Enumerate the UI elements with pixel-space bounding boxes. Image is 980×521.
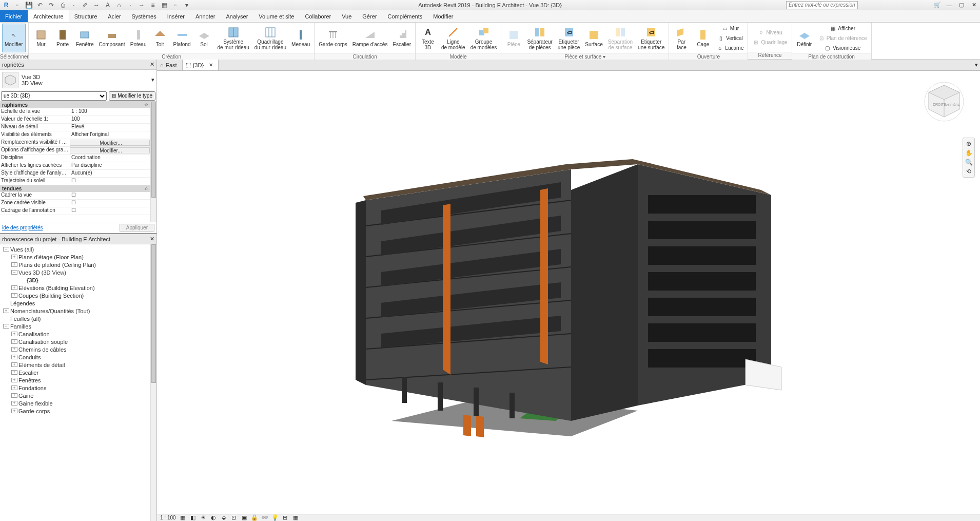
open-icon[interactable]: ▫ bbox=[13, 1, 22, 9]
pan-icon[interactable]: ✋ bbox=[965, 149, 973, 157]
expand-icon[interactable]: + bbox=[11, 409, 17, 413]
expand-icon[interactable]: + bbox=[11, 401, 17, 406]
tag-icon[interactable]: ⌂ bbox=[115, 1, 123, 9]
tab-structure[interactable]: Structure bbox=[69, 10, 103, 22]
viewer-button[interactable]: ▢Visionneuse bbox=[816, 43, 869, 52]
property-row[interactable]: Options d'affichage des graphi...Modifie… bbox=[0, 147, 150, 155]
tab-systemes[interactable]: Systèmes bbox=[126, 10, 162, 22]
close-icon[interactable]: ✕ bbox=[209, 62, 213, 68]
apply-button[interactable]: Appliquer bbox=[120, 224, 154, 231]
filter-select[interactable]: ue 3D: {3D} bbox=[1, 91, 107, 101]
ceiling-button[interactable]: Plafond bbox=[171, 24, 193, 52]
expand-icon[interactable]: − bbox=[3, 324, 9, 329]
closeinactive-icon[interactable]: ▫ bbox=[171, 1, 180, 9]
roof-button[interactable]: Toit bbox=[150, 24, 170, 52]
grid-button[interactable]: ⊞Quadrillage bbox=[750, 37, 789, 47]
shadows-icon[interactable]: ◐ bbox=[210, 514, 217, 521]
tree-node[interactable]: +Nomenclatures/Quantités (Tout) bbox=[1, 307, 155, 315]
tree-node[interactable]: +Plans de plafond (Ceiling Plan) bbox=[1, 261, 155, 268]
close-icon[interactable]: ✕ bbox=[970, 2, 978, 9]
expand-icon[interactable]: + bbox=[11, 293, 17, 298]
cart-icon[interactable]: 🛒 bbox=[934, 2, 941, 8]
tab-architecture[interactable]: Architecture bbox=[28, 10, 69, 22]
measure-icon[interactable]: ✐ bbox=[81, 1, 89, 9]
area-button[interactable]: Surface bbox=[583, 24, 604, 52]
floor-button[interactable]: Sol bbox=[194, 24, 214, 52]
print-icon[interactable]: ⎙ bbox=[58, 1, 67, 9]
view-cube[interactable]: DROITE ARRIÈRE bbox=[924, 81, 965, 122]
close-icon[interactable]: ✕ bbox=[150, 236, 154, 242]
expand-icon[interactable]: + bbox=[3, 308, 9, 313]
expand-icon[interactable]: + bbox=[11, 362, 17, 367]
level-button[interactable]: ◊Niveau bbox=[750, 28, 789, 37]
column-button[interactable]: Poteau bbox=[128, 24, 149, 52]
redo-icon[interactable]: ↷ bbox=[47, 1, 55, 9]
section-icon[interactable]: ≡ bbox=[149, 1, 157, 9]
expand-icon[interactable]: + bbox=[11, 262, 17, 267]
default3d-icon[interactable]: → bbox=[138, 1, 146, 9]
tree-node[interactable]: +Eléments de détail bbox=[1, 361, 155, 369]
tree-node[interactable]: +Conduits bbox=[1, 353, 155, 361]
sunpath-icon[interactable]: ☀ bbox=[200, 514, 207, 521]
tab-complements[interactable]: Compléments bbox=[382, 10, 428, 22]
tree-node[interactable]: Légendes bbox=[1, 299, 155, 307]
room-button[interactable]: Pièce bbox=[503, 24, 524, 52]
dormer-button[interactable]: ⌂Lucarne bbox=[714, 43, 746, 52]
zoom-icon[interactable]: 🔍 bbox=[965, 159, 973, 166]
tree-node[interactable]: +Canalisation bbox=[1, 330, 155, 338]
window-button[interactable]: Fenêtre bbox=[74, 24, 95, 52]
expand-icon[interactable]: − bbox=[3, 247, 9, 252]
tab-inserer[interactable]: Insérer bbox=[162, 10, 190, 22]
tree-node[interactable]: +Coupes (Building Section) bbox=[1, 292, 155, 299]
modify-button[interactable]: ↖Modifier bbox=[2, 24, 26, 52]
tab-collaborer[interactable]: Collaborer bbox=[300, 10, 337, 22]
show-workplane-button[interactable]: ▦Afficher bbox=[816, 24, 869, 33]
tree-node[interactable]: +Plans d'étage (Floor Plan) bbox=[1, 253, 155, 261]
undo-icon[interactable]: ↶ bbox=[36, 1, 44, 9]
tab-annoter[interactable]: Annoter bbox=[190, 10, 221, 22]
tab-analyser[interactable]: Analyser bbox=[221, 10, 254, 22]
tab-modifier[interactable]: Modifier bbox=[428, 10, 459, 22]
shaft-button[interactable]: Cage bbox=[693, 24, 713, 52]
analytic-icon[interactable]: ⊞ bbox=[282, 514, 289, 521]
scale-display[interactable]: 1 : 100 bbox=[160, 515, 176, 520]
railing-button[interactable]: Garde-corps bbox=[317, 24, 349, 52]
property-row[interactable]: Cadrage de l'annotation bbox=[0, 207, 150, 215]
stair-button[interactable]: Escalier bbox=[390, 24, 413, 52]
tree-node[interactable]: −Vues (all) bbox=[1, 245, 155, 253]
tree-node[interactable]: +Fondations bbox=[1, 384, 155, 392]
expand-icon[interactable]: + bbox=[11, 285, 17, 290]
view-tab-east[interactable]: ⌂East bbox=[157, 60, 183, 70]
expand-icon[interactable]: + bbox=[11, 370, 17, 375]
tree-node[interactable]: −Familles bbox=[1, 322, 155, 330]
detail-level-icon[interactable]: ▦ bbox=[179, 514, 186, 521]
property-row[interactable]: Niveau de détailElevé bbox=[0, 124, 150, 131]
property-row[interactable]: Remplacements visibilité / gra...Modifie… bbox=[0, 139, 150, 147]
temp-hide-icon[interactable]: 👓 bbox=[261, 514, 268, 521]
render-icon[interactable]: ⬙ bbox=[220, 514, 227, 521]
maximize-icon[interactable]: ▢ bbox=[957, 2, 966, 9]
steering-wheel-icon[interactable]: ⊕ bbox=[966, 140, 971, 147]
crop-icon[interactable]: ⊡ bbox=[230, 514, 238, 521]
vertical-opening-button[interactable]: ▯Vertical bbox=[714, 33, 746, 43]
property-group[interactable]: raphismes bbox=[0, 102, 150, 108]
lock3d-icon[interactable]: 🔒 bbox=[251, 514, 258, 521]
property-row[interactable]: Echelle de la vue1 : 100 bbox=[0, 108, 150, 116]
3d-viewport[interactable]: DROITE ARRIÈRE ⊕ ✋ 🔍 ⟲ bbox=[157, 71, 980, 514]
expand-icon[interactable]: + bbox=[11, 332, 17, 336]
tree-node[interactable]: +Gaine bbox=[1, 392, 155, 399]
tree-node[interactable]: +Gaine flexible bbox=[1, 399, 155, 407]
by-face-button[interactable]: Par face bbox=[671, 24, 692, 52]
highlight-icon[interactable]: ▦ bbox=[292, 514, 299, 521]
expand-icon[interactable]: + bbox=[11, 378, 17, 382]
property-row[interactable]: Visibilité des élémentsAfficher l'origin… bbox=[0, 131, 150, 139]
tree-node[interactable]: +Chemins de câbles bbox=[1, 345, 155, 353]
crop-region-icon[interactable]: ▣ bbox=[241, 514, 248, 521]
tree-node[interactable]: −Vues 3D (3D View) bbox=[1, 268, 155, 276]
edit-type-button[interactable]: ⊞Modifier le type bbox=[109, 91, 155, 101]
tab-vue[interactable]: Vue bbox=[337, 10, 357, 22]
property-row[interactable]: Zone cadrée visible bbox=[0, 200, 150, 207]
tree-node[interactable]: +Canalisation souple bbox=[1, 338, 155, 345]
tree-node[interactable]: Feuilles (all) bbox=[1, 315, 155, 322]
tab-acier[interactable]: Acier bbox=[103, 10, 126, 22]
